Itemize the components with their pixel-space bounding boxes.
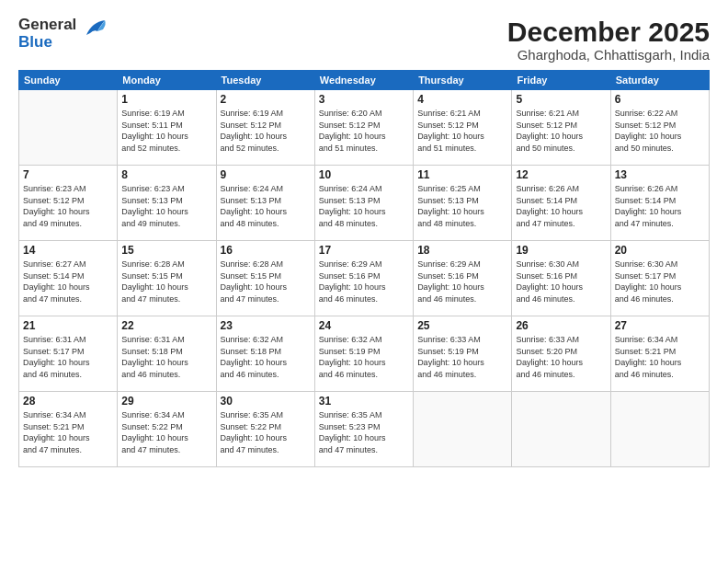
day-info: Sunrise: 6:33 AM Sunset: 5:20 PM Dayligh…	[516, 334, 606, 380]
day-number: 6	[615, 93, 705, 106]
day-info: Sunrise: 6:24 AM Sunset: 5:13 PM Dayligh…	[319, 183, 409, 229]
day-number: 25	[417, 319, 507, 332]
calendar-cell	[610, 392, 709, 467]
calendar-cell: 25Sunrise: 6:33 AM Sunset: 5:19 PM Dayli…	[414, 316, 512, 392]
day-number: 16	[221, 244, 311, 257]
day-info: Sunrise: 6:23 AM Sunset: 5:13 PM Dayligh…	[121, 183, 211, 229]
calendar-cell: 19Sunrise: 6:30 AM Sunset: 5:16 PM Dayli…	[512, 241, 610, 316]
day-info: Sunrise: 6:24 AM Sunset: 5:13 PM Dayligh…	[221, 183, 311, 229]
header: General Blue December 2025 Gharghoda, Ch…	[18, 17, 710, 63]
day-info: Sunrise: 6:33 AM Sunset: 5:19 PM Dayligh…	[417, 334, 507, 380]
calendar-week-row: 14Sunrise: 6:27 AM Sunset: 5:14 PM Dayli…	[19, 241, 710, 316]
calendar-cell: 11Sunrise: 6:25 AM Sunset: 5:13 PM Dayli…	[414, 166, 512, 241]
day-info: Sunrise: 6:22 AM Sunset: 5:12 PM Dayligh…	[615, 108, 705, 154]
calendar-cell	[19, 90, 118, 166]
location: Gharghoda, Chhattisgarh, India	[507, 47, 710, 63]
day-info: Sunrise: 6:25 AM Sunset: 5:13 PM Dayligh…	[417, 183, 507, 229]
calendar-week-row: 1Sunrise: 6:19 AM Sunset: 5:11 PM Daylig…	[19, 90, 710, 166]
day-number: 28	[23, 395, 113, 408]
logo: General Blue	[18, 17, 108, 51]
calendar-cell: 18Sunrise: 6:29 AM Sunset: 5:16 PM Dayli…	[414, 241, 512, 316]
day-info: Sunrise: 6:34 AM Sunset: 5:21 PM Dayligh…	[615, 334, 705, 380]
day-info: Sunrise: 6:32 AM Sunset: 5:18 PM Dayligh…	[221, 334, 311, 380]
calendar-cell: 4Sunrise: 6:21 AM Sunset: 5:12 PM Daylig…	[414, 90, 512, 166]
day-info: Sunrise: 6:19 AM Sunset: 5:12 PM Dayligh…	[221, 108, 311, 154]
day-number: 23	[221, 319, 311, 332]
day-info: Sunrise: 6:32 AM Sunset: 5:19 PM Dayligh…	[319, 334, 409, 380]
day-number: 15	[121, 244, 211, 257]
calendar-cell: 3Sunrise: 6:20 AM Sunset: 5:12 PM Daylig…	[314, 90, 413, 166]
day-info: Sunrise: 6:26 AM Sunset: 5:14 PM Dayligh…	[615, 183, 705, 229]
calendar-cell: 27Sunrise: 6:34 AM Sunset: 5:21 PM Dayli…	[610, 316, 709, 392]
day-number: 21	[23, 319, 113, 332]
day-info: Sunrise: 6:31 AM Sunset: 5:18 PM Dayligh…	[121, 334, 211, 380]
calendar-cell: 28Sunrise: 6:34 AM Sunset: 5:21 PM Dayli…	[19, 392, 118, 467]
day-info: Sunrise: 6:21 AM Sunset: 5:12 PM Dayligh…	[516, 108, 606, 154]
calendar-cell: 23Sunrise: 6:32 AM Sunset: 5:18 PM Dayli…	[216, 316, 314, 392]
calendar-cell: 26Sunrise: 6:33 AM Sunset: 5:20 PM Dayli…	[512, 316, 610, 392]
calendar-cell: 24Sunrise: 6:32 AM Sunset: 5:19 PM Dayli…	[314, 316, 413, 392]
day-number: 24	[319, 319, 409, 332]
calendar-cell: 17Sunrise: 6:29 AM Sunset: 5:16 PM Dayli…	[314, 241, 413, 316]
logo-blue-text: Blue	[18, 33, 52, 51]
day-number: 29	[121, 395, 211, 408]
day-info: Sunrise: 6:19 AM Sunset: 5:11 PM Dayligh…	[121, 108, 211, 154]
day-number: 27	[615, 319, 705, 332]
day-number: 13	[615, 168, 705, 181]
title-section: December 2025 Gharghoda, Chhattisgarh, I…	[507, 17, 710, 63]
calendar-cell	[414, 392, 512, 467]
day-info: Sunrise: 6:35 AM Sunset: 5:22 PM Dayligh…	[221, 409, 311, 455]
calendar-cell: 2Sunrise: 6:19 AM Sunset: 5:12 PM Daylig…	[216, 90, 314, 166]
day-info: Sunrise: 6:23 AM Sunset: 5:12 PM Dayligh…	[23, 183, 113, 229]
calendar-week-row: 21Sunrise: 6:31 AM Sunset: 5:17 PM Dayli…	[19, 316, 710, 392]
calendar-cell: 29Sunrise: 6:34 AM Sunset: 5:22 PM Dayli…	[118, 392, 216, 467]
logo-general-text: General	[18, 16, 76, 33]
day-number: 20	[615, 244, 705, 257]
calendar-cell: 22Sunrise: 6:31 AM Sunset: 5:18 PM Dayli…	[118, 316, 216, 392]
calendar-cell: 5Sunrise: 6:21 AM Sunset: 5:12 PM Daylig…	[512, 90, 610, 166]
calendar-header-row: Sunday Monday Tuesday Wednesday Thursday…	[19, 71, 710, 90]
day-number: 4	[417, 93, 507, 106]
day-number: 19	[516, 244, 606, 257]
day-number: 12	[516, 168, 606, 181]
col-friday: Friday	[512, 71, 610, 90]
day-info: Sunrise: 6:21 AM Sunset: 5:12 PM Dayligh…	[417, 108, 507, 154]
col-thursday: Thursday	[414, 71, 512, 90]
day-number: 8	[121, 168, 211, 181]
day-number: 18	[417, 244, 507, 257]
calendar-cell: 1Sunrise: 6:19 AM Sunset: 5:11 PM Daylig…	[118, 90, 216, 166]
calendar-week-row: 7Sunrise: 6:23 AM Sunset: 5:12 PM Daylig…	[19, 166, 710, 241]
calendar-week-row: 28Sunrise: 6:34 AM Sunset: 5:21 PM Dayli…	[19, 392, 710, 467]
day-info: Sunrise: 6:27 AM Sunset: 5:14 PM Dayligh…	[23, 259, 113, 304]
day-number: 31	[319, 395, 409, 408]
calendar-cell: 15Sunrise: 6:28 AM Sunset: 5:15 PM Dayli…	[118, 241, 216, 316]
col-sunday: Sunday	[19, 71, 118, 90]
calendar-cell: 9Sunrise: 6:24 AM Sunset: 5:13 PM Daylig…	[216, 166, 314, 241]
day-number: 7	[23, 168, 113, 181]
day-number: 3	[319, 93, 409, 106]
day-info: Sunrise: 6:20 AM Sunset: 5:12 PM Dayligh…	[319, 108, 409, 154]
calendar-cell: 6Sunrise: 6:22 AM Sunset: 5:12 PM Daylig…	[610, 90, 709, 166]
calendar-cell: 31Sunrise: 6:35 AM Sunset: 5:23 PM Dayli…	[314, 392, 413, 467]
col-monday: Monday	[118, 71, 216, 90]
col-wednesday: Wednesday	[314, 71, 413, 90]
day-number: 2	[221, 93, 311, 106]
calendar-cell: 16Sunrise: 6:28 AM Sunset: 5:15 PM Dayli…	[216, 241, 314, 316]
day-info: Sunrise: 6:30 AM Sunset: 5:16 PM Dayligh…	[516, 259, 606, 304]
day-number: 22	[121, 319, 211, 332]
calendar-cell: 10Sunrise: 6:24 AM Sunset: 5:13 PM Dayli…	[314, 166, 413, 241]
day-number: 5	[516, 93, 606, 106]
calendar-cell: 7Sunrise: 6:23 AM Sunset: 5:12 PM Daylig…	[19, 166, 118, 241]
day-info: Sunrise: 6:31 AM Sunset: 5:17 PM Dayligh…	[23, 334, 113, 380]
day-number: 30	[221, 395, 311, 408]
calendar-cell: 21Sunrise: 6:31 AM Sunset: 5:17 PM Dayli…	[19, 316, 118, 392]
day-number: 1	[121, 93, 211, 106]
day-info: Sunrise: 6:29 AM Sunset: 5:16 PM Dayligh…	[319, 259, 409, 304]
col-tuesday: Tuesday	[216, 71, 314, 90]
month-title: December 2025	[507, 17, 710, 47]
calendar-cell: 8Sunrise: 6:23 AM Sunset: 5:13 PM Daylig…	[118, 166, 216, 241]
day-info: Sunrise: 6:34 AM Sunset: 5:22 PM Dayligh…	[121, 409, 211, 455]
calendar-cell	[512, 392, 610, 467]
day-number: 10	[319, 168, 409, 181]
calendar: Sunday Monday Tuesday Wednesday Thursday…	[18, 70, 710, 467]
